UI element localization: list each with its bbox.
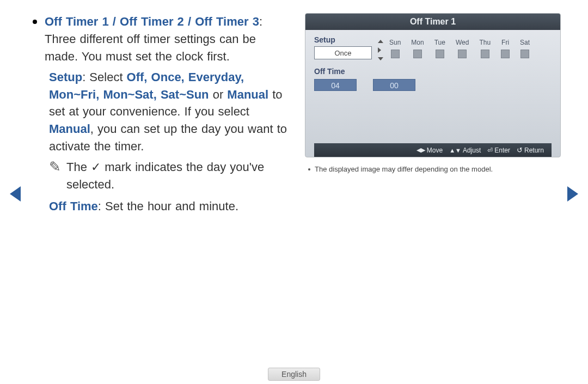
heading: Off Timer 1 / Off Timer 2 / Off Timer 3: [45, 15, 259, 28]
bar-adjust: Adjust: [463, 147, 481, 154]
bar-return: Return: [524, 147, 544, 154]
next-page-arrow[interactable]: [567, 186, 578, 202]
note-text: The ✓ mark indicates the day you've sele…: [66, 159, 289, 193]
footnote-bullet-icon: [308, 168, 310, 170]
day-checkbox[interactable]: [501, 50, 510, 58]
panel-setup-select[interactable]: Once: [314, 46, 372, 59]
setup-manual: Manual: [227, 88, 268, 101]
enter-icon: ⏎: [487, 147, 493, 154]
tv-settings-panel: Off Timer 1 Setup Once Sun Mon: [305, 13, 561, 157]
day-label: Wed: [456, 39, 469, 46]
move-lr-icon: ◀▶: [416, 147, 425, 154]
arrow-up-icon: [378, 40, 383, 43]
panel-setup-label: Setup: [314, 35, 372, 44]
day-checkbox[interactable]: [458, 50, 467, 58]
setup-manual2: Manual: [49, 122, 90, 136]
day-label: Sun: [389, 39, 401, 46]
setup-or: or: [209, 88, 228, 101]
day-label: Thu: [479, 39, 491, 46]
note-icon: ✎: [49, 160, 61, 174]
setup-mid1: : Select: [82, 70, 126, 84]
offtime-paragraph: Off Time: Set the hour and minute.: [49, 198, 289, 215]
panel-offtime-label: Off Time: [314, 67, 552, 76]
panel-title: Off Timer 1: [305, 14, 560, 30]
bar-enter: Enter: [494, 147, 510, 154]
panel-minute-box[interactable]: 00: [373, 79, 415, 91]
prev-page-arrow[interactable]: [10, 186, 21, 202]
main-paragraph: Off Timer 1 / Off Timer 2 / Off Timer 3:…: [45, 13, 289, 65]
day-label: Tue: [434, 39, 445, 46]
day-label: Sat: [520, 39, 530, 46]
note-pre: The: [66, 160, 91, 174]
day-checkbox[interactable]: [413, 50, 422, 58]
adjust-ud-icon: ▲▼: [449, 147, 461, 154]
offtime-text: : Set the hour and minute.: [98, 199, 238, 213]
language-indicator[interactable]: English: [268, 368, 320, 381]
day-checkbox[interactable]: [436, 50, 444, 58]
offtime-label: Off Time: [49, 199, 98, 213]
check-icon: ✓: [91, 160, 101, 174]
day-checkbox[interactable]: [481, 50, 489, 58]
panel-bottom-bar: ◀▶Move ▲▼Adjust ⏎Enter ↺Return: [314, 143, 552, 157]
arrow-down-icon: [378, 57, 383, 60]
return-icon: ↺: [517, 146, 523, 154]
bullet-icon: [33, 20, 37, 24]
footnote-text: The displayed image may differ depending…: [315, 165, 493, 173]
panel-hour-box[interactable]: 04: [314, 79, 357, 91]
arrow-right-icon: [378, 47, 381, 53]
day-checkbox[interactable]: [520, 50, 529, 58]
panel-days-row: Sun Mon Tue Wed Thu Fri Sat: [389, 39, 530, 58]
setup-label: Setup: [49, 70, 82, 84]
day-checkbox[interactable]: [391, 50, 400, 58]
day-label: Fri: [501, 39, 509, 46]
day-label: Mon: [411, 39, 424, 46]
bar-move: Move: [427, 147, 443, 154]
panel-setup-arrows: [376, 35, 385, 59]
setup-paragraph: Setup: Select Off, Once, Everyday, Mon~F…: [49, 69, 289, 155]
